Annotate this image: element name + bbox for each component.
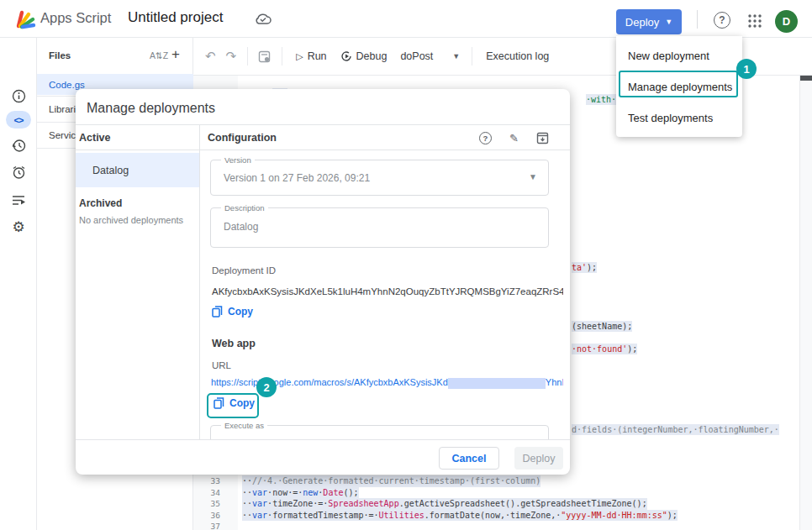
code-text: ··var·formattedTimestamp·=·Utilities.for… — [242, 510, 678, 522]
editor-minimap[interactable] — [799, 76, 812, 530]
apps-script-window: 1/** ·with·timeta');(sheetName);·not·fou… — [0, 0, 812, 530]
code-token: d·fields·(integerNumber,·floatingNumber,… — [572, 425, 779, 434]
execute-as-field[interactable]: Execute as Me ( — [210, 425, 549, 439]
code-fragment: ·not·found'); — [572, 344, 637, 354]
code-token: "yyyy-MM-dd·HH:mm:ss" — [561, 511, 667, 520]
code-token: ·· — [242, 511, 252, 520]
url-text: https://script.google.com/macros/s/AKfyc… — [211, 377, 448, 387]
code-token: ·· — [242, 488, 252, 497]
project-title[interactable]: Untitled project — [128, 9, 223, 26]
version-value: Version 1 on 27 Feb 2026, 09:21 — [224, 172, 370, 184]
debug-icon — [340, 50, 352, 62]
code-token: ); — [667, 511, 678, 520]
apps-grid-icon[interactable] — [747, 13, 762, 29]
files-label: Files — [49, 50, 71, 60]
deployment-config-panel: Version Version 1 on 27 Feb 2026, 09:21 … — [200, 150, 563, 439]
files-panel-header: Files A⇅Z + — [37, 38, 193, 76]
editor-icon[interactable]: <> — [0, 108, 37, 132]
deployment-help-icon[interactable]: ? — [479, 132, 492, 144]
deployment-id-label: Deployment ID — [212, 265, 276, 275]
code-token: ); — [587, 263, 597, 272]
code-token: ta' — [572, 263, 587, 272]
redacted-highlight — [448, 378, 546, 389]
code-line: 33··//·4.·Generate·formatted·current·tim… — [193, 475, 540, 487]
menu-item-manage-deployments[interactable]: Manage deployments — [616, 71, 742, 102]
minimap-slider[interactable] — [800, 76, 812, 81]
code-line: 36··var·formattedTimestamp·=·Utilities.f… — [193, 510, 678, 522]
help-icon[interactable]: ? — [714, 12, 730, 29]
line-number: 33 — [193, 475, 220, 487]
debug-label: Debug — [356, 50, 388, 62]
overview-icon[interactable] — [0, 84, 37, 108]
code-line: 37 — [193, 521, 242, 530]
copy-deployment-id-button[interactable]: Copy — [212, 306, 253, 317]
code-token: .getActiveSpreadsheet().getSpreadsheetTi… — [399, 499, 647, 508]
redo-icon[interactable]: ↷ — [226, 49, 237, 64]
configuration-label: Configuration — [208, 132, 277, 144]
code-token: (sheetName); — [572, 322, 632, 331]
annotation-badge-2: 2 — [256, 377, 277, 397]
code-token: ·formattedTimestamp·=· — [267, 511, 378, 520]
url-label: URL — [212, 360, 231, 370]
apps-script-logo — [13, 8, 36, 30]
copy-label: Copy — [228, 306, 253, 317]
copy-url-button[interactable]: Copy — [214, 397, 255, 409]
copy-label: Copy — [229, 397, 255, 409]
deploy-button[interactable]: Deploy ▼ — [616, 9, 682, 34]
code-text: ··var·now·=·new·Date(); — [242, 487, 359, 499]
line-number: 37 — [193, 521, 220, 530]
executions-icon[interactable] — [0, 188, 37, 212]
code-token: //·4.·Generate·formatted·current·timesta… — [252, 476, 540, 485]
settings-gear-icon[interactable]: ⚙ — [0, 215, 37, 239]
code-line: 1/** — [193, 76, 287, 88]
cancel-button[interactable]: Cancel — [439, 447, 499, 470]
divider — [76, 439, 570, 440]
code-token: Date — [323, 488, 343, 497]
function-name: doPost — [400, 50, 433, 62]
code-token: ·timeZone·=· — [267, 499, 328, 508]
code-token: Utilities — [379, 511, 424, 520]
menu-item-new-deployment[interactable]: New deployment — [616, 40, 742, 71]
divider — [76, 124, 570, 125]
deploy-menu: New deployment Manage deployments Test d… — [616, 36, 742, 137]
code-token: (); — [343, 488, 358, 497]
code-token: ·now·=· — [267, 488, 303, 497]
save-icon[interactable] — [258, 50, 271, 63]
app-header: Apps Script Untitled project Deploy ▼ ? … — [0, 0, 812, 38]
deploy-submit-button-disabled[interactable]: Deploy — [514, 447, 563, 470]
manage-deployments-dialog: Manage deployments Active Configuration … — [76, 89, 570, 475]
project-history-icon[interactable] — [0, 134, 37, 157]
run-button[interactable]: ▷ Run — [296, 50, 326, 62]
code-token: SpreadsheetApp — [328, 499, 398, 508]
menu-item-test-deployments[interactable]: Test deployments — [616, 102, 742, 134]
function-selector[interactable]: doPost ▼ — [400, 50, 460, 62]
deployment-list-item[interactable]: Datalog — [76, 153, 199, 187]
code-token: ·· — [242, 476, 252, 485]
copy-icon — [214, 397, 224, 409]
avatar[interactable]: D — [775, 10, 798, 33]
code-token: .formatDate(now,·timeZone,· — [424, 511, 562, 520]
sort-az-icon[interactable]: A⇅Z — [150, 50, 168, 60]
triggers-icon[interactable] — [0, 160, 37, 184]
version-select[interactable]: Version Version 1 on 27 Feb 2026, 09:21 … — [210, 160, 549, 196]
add-file-icon[interactable]: + — [171, 46, 180, 63]
no-archived-text: No archived deployments — [79, 215, 183, 225]
copy-icon — [212, 306, 223, 317]
version-label: Version — [221, 155, 255, 165]
code-token: ); — [627, 344, 637, 354]
code-token: var — [252, 488, 267, 497]
cloud-saved-icon — [255, 12, 272, 25]
edit-pencil-icon[interactable]: ✎ — [509, 132, 519, 144]
play-icon: ▷ — [296, 51, 303, 62]
dialog-title: Manage deployments — [87, 101, 215, 116]
line-number: 34 — [193, 487, 220, 499]
chevron-down-icon: ▼ — [529, 172, 537, 181]
code-text: ··//·4.·Generate·formatted·current·times… — [242, 475, 540, 487]
header-divider — [697, 10, 698, 29]
archive-deployment-icon[interactable] — [536, 132, 549, 144]
code-fragment: ta'); — [572, 262, 597, 273]
description-field[interactable]: Description Datalog — [210, 207, 549, 248]
debug-button[interactable]: Debug — [340, 50, 388, 62]
undo-icon[interactable]: ↶ — [205, 49, 216, 64]
execution-log-button[interactable]: Execution log — [486, 50, 549, 62]
